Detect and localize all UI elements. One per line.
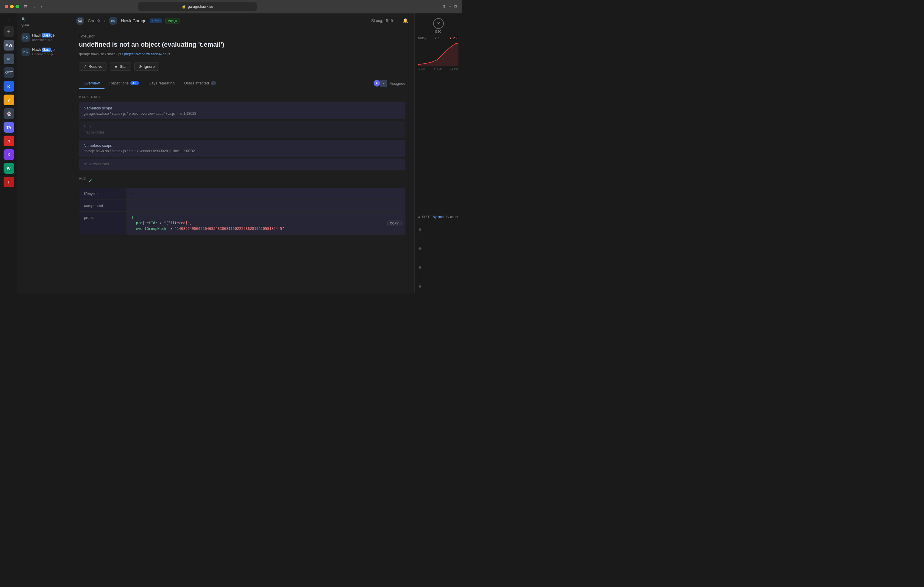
timestamp: 23 aug, 15:19 (371, 19, 393, 23)
add-user-button-3[interactable]: ⊕ (418, 246, 459, 251)
maximize-button[interactable] (15, 5, 19, 8)
code-brace-open: { (132, 215, 134, 219)
sidebar-item-k1[interactable]: K (3, 81, 14, 92)
backtrace-title: BACKTRACE (79, 95, 406, 99)
error-path: garage.hawk.so / static / js / project-o… (79, 52, 406, 56)
share-icon[interactable]: ⬆ (442, 4, 446, 9)
vue-section: VUE ✓ lifecycle – component props (79, 177, 406, 235)
add-user-button-6[interactable]: ⊕ (418, 275, 459, 279)
sidebar-item-m[interactable]: M (3, 54, 14, 64)
ignore-button[interactable]: ⊘ Ignore (134, 62, 159, 71)
tabs-icon[interactable]: ⧉ (454, 4, 457, 9)
breadcrumb-codex: CodeX (88, 18, 101, 23)
repetitions-badge: 305 (130, 81, 139, 85)
traffic-lights (5, 5, 19, 8)
copy-button[interactable]: COPY (387, 220, 402, 226)
add-user-button-1[interactable]: ⊕ (418, 227, 459, 232)
sidebar-item-mw[interactable]: MW (3, 40, 14, 51)
frame-2-name: filter (84, 125, 401, 129)
error-path-link[interactable]: project-overview.aade47ca.js (124, 52, 170, 56)
tab-overview[interactable]: Overview (79, 78, 104, 89)
project-name-1: Hawk Garage (32, 33, 66, 38)
star-button[interactable]: ★ Star (110, 62, 131, 71)
sidebar-item-w[interactable]: W (3, 163, 14, 174)
count-total: 259 (435, 36, 440, 40)
project-item-2[interactable]: HG Hawk Garage Cannot read p (18, 44, 70, 59)
esc-label: ESC (435, 30, 441, 33)
vue-check-icon: ✓ (88, 178, 92, 184)
address-bar[interactable]: 🔒 garage.hawk.so (138, 2, 257, 11)
tab-days-repeating[interactable]: Days repeating (144, 78, 179, 89)
today-label: today (418, 36, 426, 40)
graph-section: today 259 ▲ 259 1 sep 14 sep 13 sep (418, 36, 459, 209)
sort-by-count[interactable]: By count (446, 215, 458, 219)
resolve-label: Resolve (88, 64, 102, 69)
tab-users-affected[interactable]: Users affected 6 (179, 78, 221, 89)
vue-val-lifecycle: – (127, 188, 405, 199)
count-delta: ▲ 259 (449, 36, 459, 40)
svg-marker-2 (418, 43, 459, 66)
code-projectid-key: projectId (136, 221, 155, 225)
graph-stats: today 259 ▲ 259 (418, 36, 459, 40)
tabs: Overview Repetitions 305 Days repeating … (79, 78, 406, 89)
new-tab-icon[interactable]: + (449, 4, 451, 9)
vue-title: VUE (79, 177, 86, 181)
sidebar-item-t[interactable]: Т (3, 177, 14, 187)
project-item-1[interactable]: HG Hawk Garage undefined is n (18, 30, 70, 44)
add-user-button-2[interactable]: ⊕ (418, 237, 459, 241)
sidebar-item-kmtt[interactable]: KMTT (3, 67, 14, 78)
more-files[interactable]: ••• 26 more files (79, 158, 406, 170)
esc-section: ✕ ESC (418, 18, 459, 33)
breadcrumb-separator: / (104, 18, 106, 23)
sidebar-item-l[interactable]: Л (3, 136, 14, 146)
esc-button[interactable]: ✕ (433, 18, 444, 29)
vue-key-props: props (79, 212, 127, 235)
assignee-dropdown[interactable]: ▾ (380, 80, 387, 87)
star-icon: ★ (114, 64, 118, 69)
add-user-button-4[interactable]: ⊕ (418, 255, 459, 260)
project-panel: 🔍 HG Hawk Garage undefined is n HG Hawk … (18, 13, 70, 294)
sidebar-item-ghost[interactable]: 👻 (3, 108, 14, 119)
add-workspace-button[interactable]: + (3, 26, 14, 37)
sidebar-item-ta[interactable]: TA (3, 122, 14, 133)
sidebar-item-k2[interactable]: К (3, 149, 14, 160)
sort-icon: ≡ (418, 215, 420, 219)
close-button[interactable] (5, 5, 8, 8)
bell-icon[interactable]: 🔔 (403, 18, 408, 23)
vue-table: lifecycle – component props COPY { (79, 187, 406, 235)
app-container: · + MW M KMTT K у 👻 TA Л К W Т 🔍 HG Hawk… (0, 13, 462, 294)
tab-repetitions-label: Repetitions (109, 81, 129, 86)
forward-button[interactable]: › (40, 3, 43, 10)
frame-3-path: garage.hawk.so / static / js / chunk-ven… (84, 149, 401, 153)
sidebar-item-y[interactable]: у (3, 95, 14, 105)
search-input[interactable] (21, 22, 59, 27)
vue-row-props: props COPY { projectId: ▾ "[filtered]", … (79, 212, 405, 235)
resolve-icon: ✓ (83, 64, 87, 69)
project-avatar-1: HG (21, 33, 30, 42)
assignee-section: A ▾ Assignee (374, 80, 406, 87)
error-path-prefix: garage.hawk.so / static / js / (79, 52, 123, 56)
project-text-1: Hawk Garage undefined is n (32, 33, 66, 42)
code-eventgrouphash-arrow: ▾ (170, 227, 172, 231)
project-name-2: Hawk Garage (32, 48, 66, 52)
frame-3-name: Nameless scope (84, 143, 401, 148)
sidebar-toggle[interactable]: ⊟ (23, 3, 28, 10)
frame-2-path: [native code] (84, 130, 401, 135)
url-text: garage.hawk.so (188, 5, 213, 8)
frame-1-name: Nameless scope (84, 106, 401, 110)
env-tag: Prod (150, 18, 162, 23)
tab-repetitions[interactable]: Repetitions 305 (104, 78, 144, 89)
minimize-button[interactable] (10, 5, 14, 8)
breadcrumb-project: Hawk Garage (121, 18, 147, 23)
more-files-label: ••• 26 more files (84, 162, 109, 166)
back-button[interactable]: ‹ (32, 3, 36, 10)
code-eventgrouphash-val: "140896498605364653483868115022258828156… (175, 227, 284, 231)
code-projectid-val: "[filtered]" (164, 221, 190, 225)
add-user-button-5[interactable]: ⊕ (418, 265, 459, 270)
code-block: { projectId: ▾ "[filtered]", eventGroupH… (132, 215, 400, 232)
resolve-button[interactable]: ✓ Resolve (79, 62, 107, 71)
sort-by-time[interactable]: By time (433, 215, 444, 219)
project-desc-2: Cannot read p (32, 53, 66, 56)
star-label: Star (120, 64, 127, 69)
add-user-button-7[interactable]: ⊕ (418, 284, 459, 289)
